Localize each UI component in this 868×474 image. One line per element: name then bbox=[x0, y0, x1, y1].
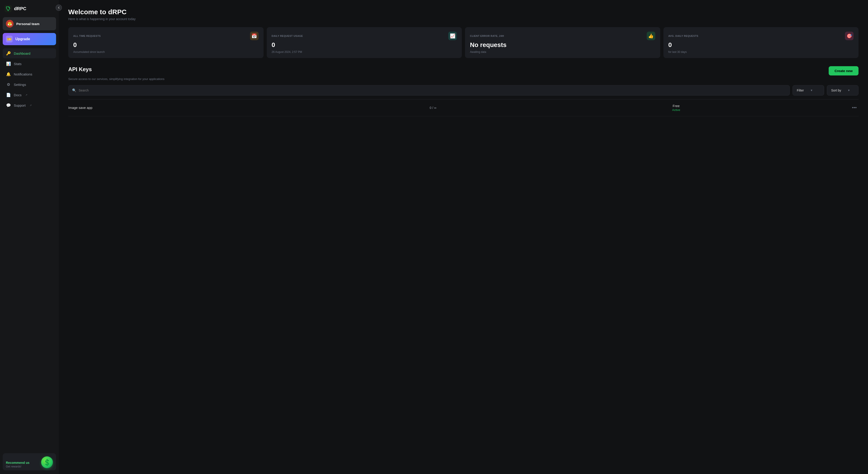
upgrade-button[interactable]: 🎫 Upgrade bbox=[3, 33, 56, 45]
sort-dropdown[interactable]: Sort by ▼ bbox=[827, 85, 859, 96]
stat-card-avg-daily: AVG. DAILY REQUESTS 🎯 0 for last 30 days bbox=[663, 27, 859, 58]
support-nav-label: Support bbox=[14, 103, 26, 107]
stat-card-header: CLIENT ERROR RATE, 24H 👍 bbox=[470, 32, 655, 40]
stat-value-daily-usage: 0 bbox=[272, 41, 457, 49]
page-subtitle: Here is what is happening in your accoun… bbox=[68, 17, 859, 21]
stat-card-header: AVG. DAILY REQUESTS 🎯 bbox=[669, 32, 854, 40]
api-keys-desc: Secure access to our services, simplifyi… bbox=[68, 77, 859, 81]
recommend-title: Recommend us bbox=[6, 461, 29, 465]
support-nav-icon: 💬 bbox=[6, 103, 11, 108]
search-box[interactable]: 🔍 bbox=[68, 85, 790, 96]
api-keys-list: Image save app 0 / ∞ Free Active ••• bbox=[68, 99, 859, 116]
sidebar-item-support[interactable]: 💬 Support ↗ bbox=[3, 100, 56, 110]
stat-icon-error-rate: 👍 bbox=[647, 32, 655, 40]
sidebar-item-settings[interactable]: ⚙ Settings bbox=[3, 80, 56, 90]
sidebar-item-dashboard[interactable]: 🔑 Dashboard bbox=[3, 49, 56, 58]
api-key-plan: Free bbox=[555, 104, 798, 108]
search-icon: 🔍 bbox=[72, 88, 76, 92]
recommend-subtitle: Get rewards! bbox=[6, 465, 29, 468]
sidebar-item-docs[interactable]: 📄 Docs ↗ bbox=[3, 90, 56, 100]
sidebar: dRPC 😤 Personal team 🎫 Upgrade 🔑 Dashboa… bbox=[0, 0, 59, 474]
settings-nav-icon: ⚙ bbox=[6, 82, 11, 87]
nav-section: 🔑 Dashboard 📊 Stats 🔔 Notifications ⚙ Se… bbox=[0, 48, 59, 451]
stat-card-header: DAILY REQUEST USAGE 📈 bbox=[272, 32, 457, 40]
notifications-nav-icon: 🔔 bbox=[6, 72, 11, 76]
logo-area: dRPC bbox=[0, 0, 59, 16]
stats-nav-label: Stats bbox=[14, 62, 22, 66]
filter-dropdown[interactable]: Filter ▼ bbox=[793, 85, 824, 96]
stat-label-error-rate: CLIENT ERROR RATE, 24H bbox=[470, 35, 504, 37]
upgrade-icon: 🎫 bbox=[6, 36, 13, 42]
api-key-name: Image save app bbox=[68, 106, 311, 109]
create-new-button[interactable]: Create new bbox=[829, 66, 859, 75]
team-avatar-emoji: 😤 bbox=[7, 22, 12, 26]
filter-chevron-icon: ▼ bbox=[810, 89, 813, 92]
stat-sub-all-time: Accumulated since launch bbox=[73, 51, 258, 54]
team-selector[interactable]: 😤 Personal team bbox=[3, 17, 56, 30]
stat-value-error-rate: No requests bbox=[470, 41, 655, 49]
stat-icon-all-time: 📅 bbox=[250, 32, 258, 40]
stat-label-all-time: ALL TIME REQUESTS bbox=[73, 35, 101, 37]
svg-rect-0 bbox=[4, 5, 12, 12]
page-title: Welcome to dRPC bbox=[68, 8, 859, 16]
stat-value-all-time: 0 bbox=[73, 41, 258, 49]
dashboard-nav-label: Dashboard bbox=[14, 52, 30, 55]
recommend-text: Recommend us Get rewards! bbox=[6, 461, 29, 468]
stats-row: ALL TIME REQUESTS 📅 0 Accumulated since … bbox=[68, 27, 859, 58]
stat-sub-daily-usage: 26 August 2024, 2:57 PM bbox=[272, 51, 457, 54]
api-key-row[interactable]: Image save app 0 / ∞ Free Active ••• bbox=[68, 99, 859, 116]
stat-label-daily-usage: DAILY REQUEST USAGE bbox=[272, 35, 303, 37]
drpc-logo-icon bbox=[4, 5, 12, 12]
dashboard-nav-icon: 🔑 bbox=[6, 51, 11, 56]
stat-card-daily-usage: DAILY REQUEST USAGE 📈 0 26 August 2024, … bbox=[267, 27, 462, 58]
section-header: API Keys Create new bbox=[68, 66, 859, 75]
sort-chevron-icon: ▼ bbox=[847, 89, 850, 92]
logo-text: dRPC bbox=[14, 6, 26, 11]
stat-card-all-time: ALL TIME REQUESTS 📅 0 Accumulated since … bbox=[68, 27, 264, 58]
toolbar: 🔍 Filter ▼ Sort by ▼ bbox=[68, 85, 859, 96]
recommend-box[interactable]: Recommend us Get rewards! 💲 bbox=[3, 453, 56, 470]
team-name: Personal team bbox=[16, 22, 39, 26]
stats-nav-icon: 📊 bbox=[6, 61, 11, 66]
notifications-nav-label: Notifications bbox=[14, 72, 32, 76]
api-keys-section: API Keys Create new Secure access to our… bbox=[68, 66, 859, 116]
sidebar-item-notifications[interactable]: 🔔 Notifications bbox=[3, 69, 56, 79]
stat-sub-avg-daily: for last 30 days bbox=[669, 51, 854, 54]
api-key-usage: 0 / ∞ bbox=[311, 106, 555, 109]
search-input[interactable] bbox=[79, 89, 786, 92]
external-link-icon: ↗ bbox=[25, 94, 27, 96]
collapse-button[interactable] bbox=[56, 4, 62, 11]
team-avatar: 😤 bbox=[6, 20, 13, 28]
sort-label: Sort by bbox=[831, 89, 841, 92]
stat-card-error-rate: CLIENT ERROR RATE, 24H 👍 No requests Awa… bbox=[465, 27, 660, 58]
stat-card-header: ALL TIME REQUESTS 📅 bbox=[73, 32, 258, 40]
api-key-status: Active bbox=[555, 108, 798, 112]
docs-nav-label: Docs bbox=[14, 93, 22, 97]
sidebar-item-stats[interactable]: 📊 Stats bbox=[3, 59, 56, 69]
stat-icon-daily-usage: 📈 bbox=[448, 32, 457, 40]
settings-nav-label: Settings bbox=[14, 83, 26, 87]
recommend-coin-icon: 💲 bbox=[41, 456, 53, 468]
external-link-icon: ↗ bbox=[30, 104, 32, 107]
stat-label-avg-daily: AVG. DAILY REQUESTS bbox=[669, 35, 699, 37]
stat-value-avg-daily: 0 bbox=[669, 41, 854, 49]
stat-sub-error-rate: Awaiting data bbox=[470, 51, 655, 54]
docs-nav-icon: 📄 bbox=[6, 92, 11, 97]
main-content: Welcome to dRPC Here is what is happenin… bbox=[59, 0, 868, 474]
api-keys-title: API Keys bbox=[68, 66, 92, 72]
upgrade-label: Upgrade bbox=[16, 37, 30, 41]
api-key-more-button[interactable]: ••• bbox=[850, 104, 859, 111]
filter-label: Filter bbox=[797, 89, 804, 92]
api-key-plan-col: Free Active bbox=[555, 104, 798, 112]
stat-icon-avg-daily: 🎯 bbox=[845, 32, 854, 40]
api-key-actions: ••• bbox=[798, 104, 859, 111]
